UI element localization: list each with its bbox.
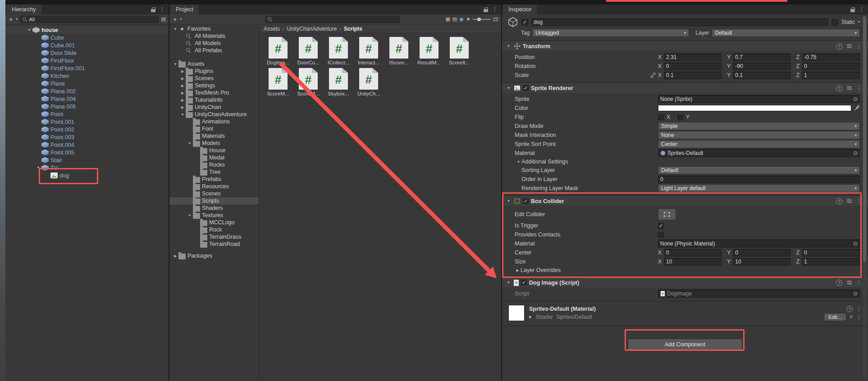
object-picker-icon[interactable]: ⊙ [853,150,858,156]
object-picker-icon[interactable]: ⊙ [853,96,858,102]
active-checkbox[interactable] [521,19,528,26]
sprite-renderer-header[interactable]: ▼ Sprite Renderer ? ⋮ [502,83,868,93]
create-dropdown-icon[interactable]: ▾ [16,18,18,21]
inspector-scrollbar[interactable] [863,15,867,379]
material-preview-thumbnail[interactable] [508,305,525,321]
sorting-layer-dropdown[interactable]: Default [658,166,860,174]
component-menu-icon[interactable]: ⋮ [856,86,862,91]
help-icon[interactable]: ? [846,306,853,312]
breadcrumb-current[interactable]: Scripts [344,26,362,32]
asset-item[interactable]: Skybox... [324,68,353,96]
asset-item[interactable]: ScoreIt... [445,37,474,65]
foldout-arrow-icon[interactable]: ▼ [187,213,193,218]
box-collider-header[interactable]: ▼ Box Collider ? ⋮ [502,196,868,206]
search-by-label-icon[interactable]: ▤ [452,17,457,22]
panel-menu-icon[interactable]: ⋮ [160,7,165,12]
help-icon[interactable]: ? [836,280,842,286]
hierarchy-item[interactable]: Plane.002 [5,87,169,95]
project-folder-item[interactable]: Font [169,125,259,132]
project-folder-item[interactable]: Medal [169,154,259,161]
object-name-field[interactable] [531,18,828,26]
hierarchy-item[interactable]: Point.001 [5,118,169,126]
asset-item[interactable]: ICollect... [324,37,353,65]
is-trigger-checkbox[interactable] [658,223,664,229]
rendering-layer-mask-dropdown[interactable]: Light Layer default [658,184,860,192]
project-folder-item[interactable]: ▼ Favorites [169,25,259,32]
scale-z-field[interactable] [802,72,860,79]
asset-item[interactable]: UnityCh... [354,68,383,96]
material-object-field[interactable]: Sprites-Default⊙ [658,149,860,157]
foldout-arrow-icon[interactable]: ▼ [506,281,512,285]
hierarchy-item[interactable]: Cube [5,34,169,41]
project-folder-item[interactable]: Tree [169,168,259,176]
foldout-arrow-icon[interactable]: ▶ [515,268,521,272]
hierarchy-item[interactable]: Plane [5,80,169,87]
hierarchy-item[interactable]: Plane.004 [5,95,169,103]
help-icon[interactable]: ? [836,198,842,204]
project-folder-item[interactable]: TerrainRoad [169,240,259,248]
transform-header[interactable]: ▼ Transform ? ⋮ [502,41,868,51]
foldout-arrow-icon[interactable]: ▶ [179,91,186,95]
rotation-y-field[interactable] [733,63,790,70]
edit-collider-button[interactable] [658,209,676,220]
project-folder-item[interactable]: ▼ Assets [169,60,259,68]
component-enabled-checkbox[interactable] [521,280,527,286]
breadcrumb-folder[interactable]: UnityChanAdventure [287,26,337,32]
foldout-arrow-icon[interactable]: ▶ [529,315,532,319]
project-folder-item[interactable]: Rock [169,226,259,233]
foldout-arrow-icon[interactable]: ▶ [179,98,186,102]
static-checkbox[interactable] [831,19,838,26]
hierarchy-item[interactable]: Kitchen [5,72,169,80]
foldout-arrow-icon[interactable]: ▶ [179,105,186,109]
add-component-button[interactable]: Add Component [628,339,742,350]
foldout-arrow-icon[interactable]: ▼ [516,160,521,164]
project-folder-item[interactable]: MCCLogo [169,219,259,226]
size-y-field[interactable] [733,258,790,266]
scale-x-field[interactable] [664,72,722,79]
project-folder-item[interactable]: ▶ Scenes [169,75,259,82]
asset-item[interactable]: ScoreM... [264,68,292,96]
search-by-type-icon[interactable]: ▦ [445,17,450,22]
position-x-field[interactable] [664,54,722,61]
project-folder-item[interactable]: TerrainGrass [169,233,259,240]
position-z-field[interactable] [802,54,860,61]
project-folder-item[interactable]: Shaders [169,204,259,212]
link-scale-icon[interactable] [650,72,656,78]
provides-contacts-checkbox[interactable] [658,232,664,238]
mask-interaction-dropdown[interactable]: None [658,131,860,139]
hierarchy-item[interactable]: FirstFloor [5,57,169,64]
project-folder-item[interactable]: ▶ Settings [169,82,259,89]
panel-menu-icon[interactable]: ⋮ [859,7,864,12]
project-folder-item[interactable]: Animations [169,118,259,125]
hierarchy-item[interactable]: Cube.001 [5,41,169,49]
rotation-x-field[interactable] [664,63,722,70]
tag-dropdown[interactable]: Untagged [532,29,689,37]
preset-icon[interactable] [846,85,853,91]
sprite-object-field[interactable]: None (Sprite)⊙ [658,95,860,103]
preset-icon[interactable] [846,43,853,50]
component-enabled-checkbox[interactable] [523,85,529,91]
component-enabled-checkbox[interactable] [523,198,529,204]
hierarchy-search[interactable] [20,16,159,23]
project-folder-item[interactable]: All Models [169,40,259,47]
hierarchy-item[interactable]: Door.Slide [5,49,169,57]
project-folder-item[interactable]: Prefabs [169,176,259,183]
project-folder-item[interactable]: ▶ Packages [169,252,259,259]
hierarchy-item[interactable]: Point.003 [5,133,169,141]
lock-icon[interactable] [151,9,155,12]
shader-menu-icon[interactable]: ⋮ [856,314,862,320]
order-in-layer-field[interactable] [658,176,860,183]
foldout-arrow-icon[interactable]: ▶ [179,77,186,81]
preset-icon[interactable] [846,198,853,204]
project-folder-item[interactable]: ▶ Plugins [169,68,259,75]
center-x-field[interactable] [664,249,722,257]
foldout-arrow-icon[interactable]: ▶ [172,254,178,258]
eyedropper-icon[interactable] [854,105,860,111]
project-search[interactable] [265,16,400,23]
component-menu-icon[interactable]: ⋮ [856,199,862,204]
sprite-sort-point-dropdown[interactable]: Center [658,140,860,148]
flip-y-checkbox[interactable] [677,114,683,120]
project-folder-item[interactable]: All Materials [169,32,259,40]
scrollbar-thumb[interactable] [863,16,866,262]
asset-item[interactable]: DoorCo... [294,37,323,65]
